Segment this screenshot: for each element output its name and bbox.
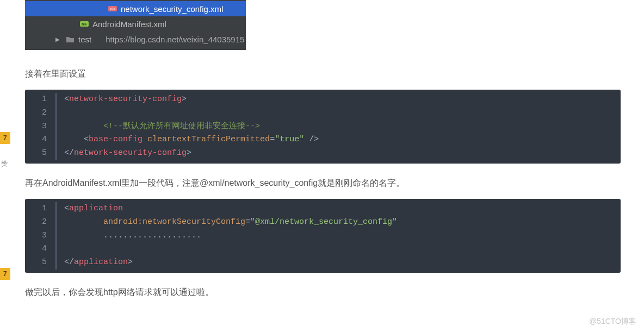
code-token: .................... (103, 231, 201, 240)
xml-file-icon: </> (108, 4, 117, 13)
svg-text:</>: </> (109, 7, 116, 11)
article-content: </> network_security_config.xml MF Andro… (25, 0, 644, 299)
code-token: < (84, 135, 89, 144)
share-badge[interactable]: 7 (0, 132, 10, 144)
folder-icon (65, 35, 75, 43)
watermark-url: https://blog.csdn.net/weixin_44035915 (106, 35, 244, 44)
code-token: = (245, 217, 250, 227)
code-token (143, 135, 147, 144)
line-number: 2 (25, 107, 57, 120)
share-label: 赞 (1, 159, 8, 168)
code-token: <!--默认允许所有网址使用非安全连接--> (103, 122, 260, 131)
line-number: 5 (25, 256, 57, 270)
file-tree-item: </> network_security_config.xml (25, 1, 246, 16)
paragraph: 再在AndroidManifest.xml里加一段代码，注意@xml/netwo… (25, 176, 644, 190)
line-number: 1 (25, 93, 57, 107)
code-token: "@xml/network_security_config" (250, 217, 397, 227)
watermark: @51CTO博客 (589, 317, 636, 327)
ide-file-tree: </> network_security_config.xml MF Andro… (25, 0, 246, 50)
code-token: </ (64, 258, 74, 267)
line-number: 4 (25, 242, 57, 256)
code-token: application (74, 258, 128, 267)
svg-text:MF: MF (82, 22, 88, 26)
code-block: 1<network-security-config> 2 3 <!--默认允许所… (25, 90, 621, 164)
code-token: > (182, 95, 187, 104)
file-name: network_security_config.xml (121, 4, 223, 14)
code-token: < (64, 204, 69, 213)
chevron-right-icon: ▶ (55, 36, 62, 42)
line-number: 2 (25, 216, 57, 229)
file-tree-item: MF AndroidManifest.xml (25, 16, 246, 32)
code-block: 1<application 2 android:networkSecurityC… (25, 199, 621, 273)
line-number: 3 (25, 120, 57, 134)
code-token: = (270, 135, 275, 144)
share-badge[interactable]: 7 (0, 268, 10, 280)
code-token: > (128, 258, 133, 267)
line-number: 3 (25, 229, 57, 243)
code-token: network-security-config (69, 95, 182, 104)
paragraph: 做完以后，你会发现http网络请求就可以通过啦。 (25, 285, 644, 299)
line-number: 1 (25, 202, 57, 216)
line-number: 5 (25, 147, 57, 160)
code-token: network-security-config (74, 148, 187, 158)
manifest-file-icon: MF (79, 20, 89, 28)
code-token: "true" (275, 135, 304, 144)
code-token: base-config (89, 135, 143, 144)
code-token: </ (64, 148, 74, 158)
code-token: cleartextTrafficPermitted (147, 135, 270, 144)
code-token: > (187, 148, 191, 158)
folder-name: test (78, 35, 91, 44)
code-token: < (64, 95, 69, 104)
line-number: 4 (25, 133, 57, 147)
code-token: application (69, 204, 123, 213)
code-token: /> (304, 135, 319, 144)
paragraph: 接着在里面设置 (25, 66, 644, 81)
file-name: AndroidManifest.xml (92, 20, 166, 29)
code-token: android:networkSecurityConfig (103, 217, 245, 227)
file-tree-item: ▶ test https://blog.csdn.net/weixin_4403… (25, 32, 246, 47)
